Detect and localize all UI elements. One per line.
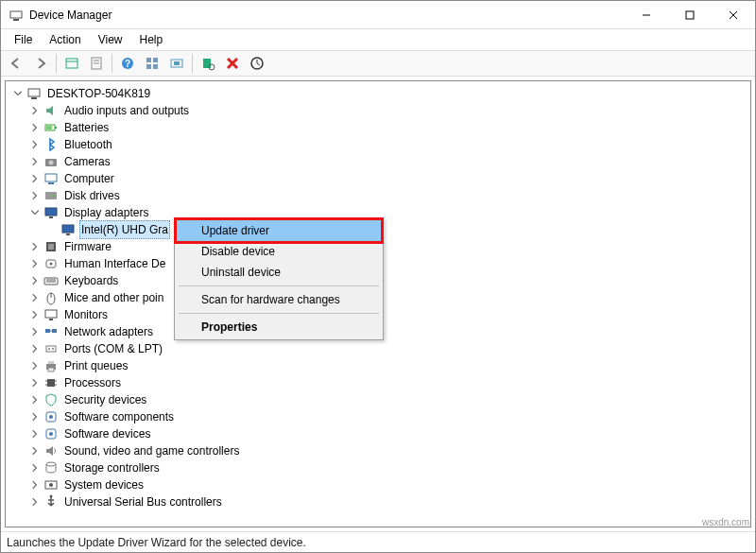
expand-icon[interactable] (28, 376, 42, 389)
view-by-type-button[interactable] (141, 52, 163, 75)
tree-category-label: Universal Serial Bus controllers (62, 493, 224, 510)
show-hidden-button[interactable] (60, 52, 83, 75)
expand-icon[interactable] (28, 138, 42, 151)
menu-file[interactable]: File (7, 31, 40, 48)
expand-icon[interactable] (28, 410, 42, 423)
svg-rect-50 (45, 329, 50, 333)
expand-icon[interactable] (28, 172, 42, 185)
storage-icon (43, 460, 59, 475)
statusbar: Launches the Update Driver Wizard for th… (1, 531, 755, 552)
menu-action[interactable]: Action (42, 31, 88, 48)
expand-icon[interactable] (28, 189, 42, 202)
system-icon (43, 477, 59, 493)
tree-category[interactable]: Bluetooth (9, 136, 747, 153)
camera-icon (43, 154, 59, 169)
tree-category[interactable]: Batteries (9, 119, 747, 136)
context-separator (179, 313, 379, 314)
bluetooth-icon (43, 137, 59, 152)
expand-icon[interactable] (28, 308, 42, 321)
properties-button[interactable] (85, 52, 108, 75)
expand-icon[interactable] (28, 104, 42, 117)
context-scan-hardware[interactable]: Scan for hardware changes (177, 289, 381, 310)
menu-view[interactable]: View (91, 31, 130, 48)
audio-icon (43, 103, 59, 118)
statusbar-text: Launches the Update Driver Wizard for th… (7, 536, 306, 549)
tree-category[interactable]: Software devices (9, 425, 747, 442)
scan-hardware-button[interactable] (197, 52, 219, 75)
expand-icon[interactable] (28, 325, 42, 338)
expand-icon[interactable] (28, 359, 42, 372)
context-uninstall-device[interactable]: Uninstall device (177, 262, 381, 283)
svg-point-30 (49, 161, 54, 165)
svg-rect-32 (48, 182, 54, 184)
expand-icon[interactable] (28, 444, 42, 458)
expand-icon[interactable] (28, 257, 42, 270)
help-button[interactable]: ? (116, 52, 139, 75)
software-icon (43, 426, 59, 441)
mouse-icon (43, 290, 59, 305)
expand-icon[interactable] (28, 495, 42, 509)
expand-icon[interactable] (28, 291, 42, 304)
svg-rect-15 (146, 64, 151, 69)
svg-rect-0 (10, 11, 22, 18)
remove-button[interactable] (221, 52, 244, 75)
minimize-button[interactable] (625, 1, 668, 29)
tree-category[interactable]: Sound, video and game controllers (9, 442, 747, 459)
display-icon (43, 205, 59, 220)
tree-category[interactable]: Ports (COM & LPT) (9, 340, 747, 357)
tree-category[interactable]: Computer (9, 170, 747, 187)
expand-icon[interactable] (28, 121, 42, 134)
expand-icon[interactable] (28, 427, 42, 441)
hid-icon (43, 256, 59, 271)
tree-category[interactable]: Software components (9, 408, 747, 425)
port-icon (43, 341, 59, 356)
expand-icon[interactable] (28, 274, 42, 287)
tree-category[interactable]: Print queues (9, 357, 747, 374)
tree-category[interactable]: Storage controllers (9, 459, 747, 476)
tree-category[interactable]: Disk drives (9, 187, 747, 204)
svg-rect-13 (146, 58, 151, 62)
update-driver-button[interactable] (246, 52, 268, 75)
expand-icon[interactable] (28, 342, 42, 355)
svg-rect-25 (31, 97, 37, 99)
maximize-button[interactable] (668, 1, 712, 29)
tree-category[interactable]: Universal Serial Bus controllers (9, 493, 747, 510)
expand-icon[interactable] (28, 155, 42, 168)
expand-icon[interactable] (28, 478, 42, 492)
tree-category-label: Disk drives (62, 187, 122, 204)
svg-rect-48 (45, 310, 57, 318)
tree-root[interactable]: DESKTOP-504K819 (9, 85, 747, 102)
forward-button[interactable] (29, 52, 52, 75)
security-icon (43, 392, 59, 407)
tree-category-label: Monitors (62, 306, 110, 323)
expand-icon[interactable] (28, 393, 42, 406)
menu-help[interactable]: Help (132, 31, 171, 48)
context-disable-device[interactable]: Disable device (177, 241, 381, 262)
view-by-connection-button[interactable] (165, 52, 188, 75)
context-item-label: Uninstall device (201, 266, 281, 279)
tree-category-label: Processors (62, 374, 123, 391)
tree-category[interactable]: Processors (9, 374, 747, 391)
app-icon (9, 8, 24, 23)
svg-rect-6 (66, 59, 77, 68)
collapse-icon[interactable] (28, 206, 42, 219)
collapse-icon[interactable] (11, 87, 25, 100)
tree-category[interactable]: Audio inputs and outputs (9, 102, 747, 119)
back-button[interactable] (5, 52, 27, 75)
titlebar[interactable]: Device Manager (1, 1, 755, 29)
battery-icon (43, 120, 59, 135)
svg-point-54 (48, 348, 50, 350)
tree-category[interactable]: Cameras (9, 153, 747, 170)
device-tree[interactable]: DESKTOP-504K819 Audio inputs and outputs… (5, 80, 751, 527)
context-properties[interactable]: Properties (177, 317, 381, 337)
close-button[interactable] (712, 1, 755, 29)
svg-rect-38 (66, 233, 70, 235)
context-update-driver[interactable]: Update driver (177, 220, 381, 241)
svg-rect-27 (55, 127, 57, 129)
svg-point-34 (53, 195, 55, 197)
tree-category[interactable]: System devices (9, 476, 747, 493)
expand-icon[interactable] (28, 461, 42, 475)
tree-category[interactable]: Security devices (9, 391, 747, 408)
svg-rect-28 (46, 126, 52, 130)
expand-icon[interactable] (28, 240, 42, 253)
